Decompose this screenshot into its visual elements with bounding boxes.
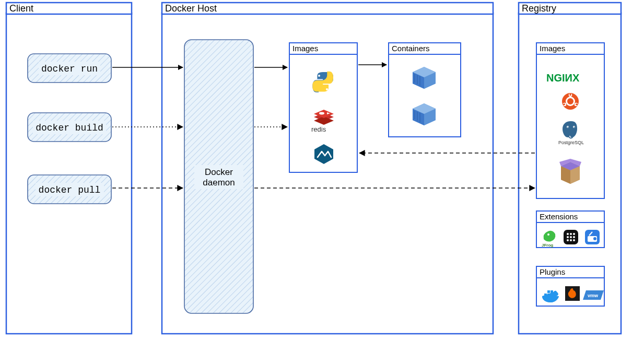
svg-rect-84 xyxy=(547,290,550,293)
cmd-pull-box xyxy=(28,175,111,204)
svg-rect-15 xyxy=(194,165,243,189)
svg-rect-13 xyxy=(36,183,104,196)
grid-app-icon xyxy=(564,230,578,244)
grafana-icon xyxy=(565,286,580,301)
svg-point-26 xyxy=(318,75,320,77)
docker-whale-icon xyxy=(542,290,559,302)
svg-text:PostgreSQL: PostgreSQL xyxy=(558,140,584,145)
jfrog-icon: JFrog xyxy=(542,231,555,248)
diagram-root: redis NGIИX xyxy=(0,0,644,340)
svg-point-69 xyxy=(570,233,572,235)
svg-rect-11 xyxy=(33,121,106,134)
redis-icon: redis xyxy=(311,110,334,133)
svg-point-68 xyxy=(567,233,569,235)
svg-point-58 xyxy=(574,127,575,128)
postgresql-icon: PostgreSQL xyxy=(558,121,584,145)
cmd-build-box xyxy=(28,113,111,142)
svg-rect-17 xyxy=(289,43,357,54)
svg-point-79 xyxy=(593,237,596,240)
svg-text:redis: redis xyxy=(311,125,326,133)
svg-point-57 xyxy=(568,127,569,128)
svg-text:vmw: vmw xyxy=(588,293,599,298)
svg-rect-23 xyxy=(536,211,604,222)
cmd-run-box xyxy=(28,54,111,83)
svg-point-73 xyxy=(573,236,575,238)
container-icon xyxy=(413,67,436,89)
svg-rect-5 xyxy=(162,3,493,14)
box-icon xyxy=(559,159,581,184)
svg-rect-21 xyxy=(536,43,604,54)
svg-point-65 xyxy=(547,233,549,236)
svg-text:JFrog: JFrog xyxy=(542,243,553,248)
svg-point-27 xyxy=(326,88,328,90)
python-icon xyxy=(312,72,333,92)
svg-point-75 xyxy=(570,239,572,241)
svg-point-76 xyxy=(573,239,575,241)
svg-point-72 xyxy=(570,236,572,238)
ubuntu-icon xyxy=(562,93,579,110)
diagram-svg: redis NGIИX xyxy=(0,0,644,340)
docker-daemon-box xyxy=(184,40,253,313)
svg-point-74 xyxy=(567,239,569,241)
radio-icon xyxy=(585,230,600,244)
svg-rect-3 xyxy=(6,3,132,14)
svg-text:NGIИX: NGIИX xyxy=(546,72,580,84)
svg-rect-9 xyxy=(39,62,100,75)
svg-rect-7 xyxy=(519,3,621,14)
svg-rect-19 xyxy=(389,43,461,54)
svg-rect-25 xyxy=(536,266,604,278)
vmware-icon: vmw xyxy=(583,290,604,300)
nginx-icon: NGIИX xyxy=(546,72,580,84)
svg-rect-52 xyxy=(570,93,571,96)
svg-point-70 xyxy=(573,233,575,235)
svg-point-71 xyxy=(567,236,569,238)
client-panel xyxy=(6,3,132,334)
alpine-icon xyxy=(314,144,333,164)
svg-point-28 xyxy=(319,112,324,115)
container-icon xyxy=(413,103,436,125)
